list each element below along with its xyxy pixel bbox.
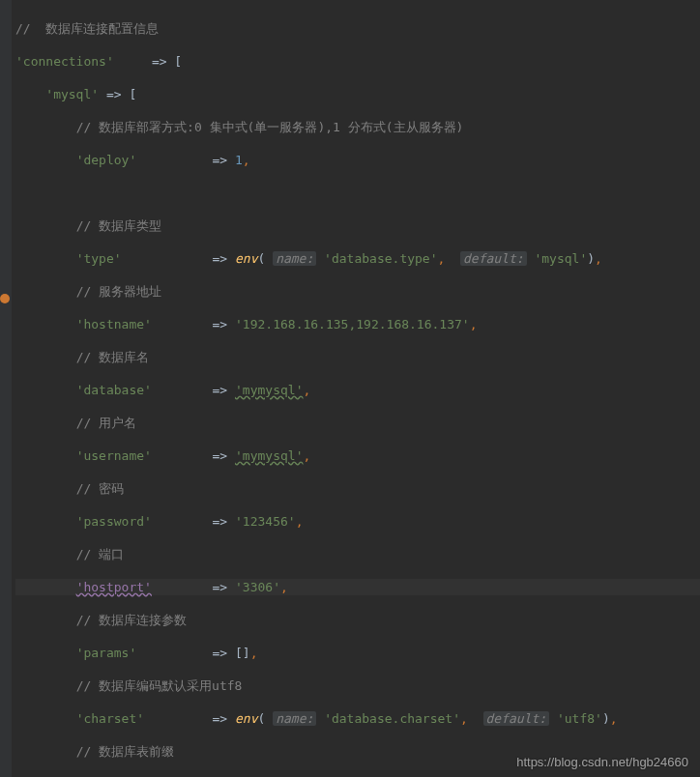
key-charset: 'charset' xyxy=(76,711,144,726)
param-default: default: xyxy=(460,251,527,266)
comment: // 服务器地址 xyxy=(76,284,161,299)
val-deploy: 1 xyxy=(235,153,243,167)
watermark: https://blog.csdn.net/hgb24660 xyxy=(516,755,688,769)
arrow: => [ xyxy=(152,54,182,69)
key-database: 'database' xyxy=(76,383,152,397)
comment: // 数据库连接配置信息 xyxy=(15,21,159,36)
gutter-warning-icon xyxy=(0,294,10,303)
key-hostport: 'hostport' xyxy=(76,580,152,594)
val-params: [] xyxy=(235,646,250,660)
key-password: 'password' xyxy=(76,514,152,529)
comment: // 数据库名 xyxy=(76,350,149,364)
key-username: 'username' xyxy=(76,448,152,463)
comment: // 数据库类型 xyxy=(76,218,161,233)
key-connections: 'connections' xyxy=(15,54,114,69)
key-deploy: 'deploy' xyxy=(76,153,137,167)
key-type: 'type' xyxy=(76,251,122,266)
editor-gutter xyxy=(0,0,12,777)
func-env: env xyxy=(235,251,257,266)
val-database: 'mymysql' xyxy=(235,383,303,397)
key-mysql: 'mysql' xyxy=(45,87,99,101)
comment: // 数据库部署方式:0 集中式(单一服务器),1 分布式(主从服务器) xyxy=(76,120,464,134)
comment: // 用户名 xyxy=(76,416,136,430)
val-username: 'mymysql' xyxy=(235,448,303,463)
key-hostname: 'hostname' xyxy=(76,317,152,331)
comment: // 数据库表前缀 xyxy=(76,744,174,759)
val-hostname: '192.168.16.135,192.168.16.137' xyxy=(235,317,470,331)
val-password: '123456' xyxy=(235,514,296,529)
comment: // 密码 xyxy=(76,481,124,496)
comment: // 数据库连接参数 xyxy=(76,613,187,627)
comment: // 数据库编码默认采用utf8 xyxy=(76,678,243,693)
val-hostport: '3306' xyxy=(235,580,280,594)
key-params: 'params' xyxy=(76,646,137,660)
comment: // 端口 xyxy=(76,547,124,561)
code-editor[interactable]: // 数据库连接配置信息 'connections' => [ 'mysql' … xyxy=(0,0,700,777)
param-name: name: xyxy=(273,251,316,266)
